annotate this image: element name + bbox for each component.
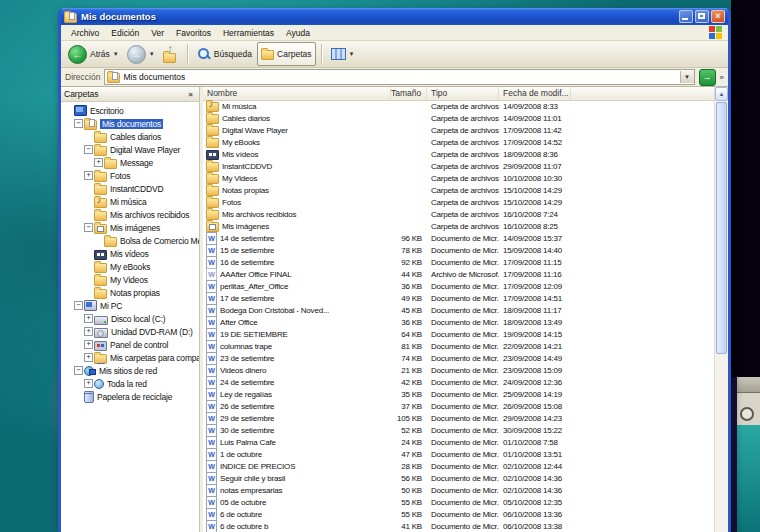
file-row[interactable]: 6 de octubre55 KBDocumento de Micr...06/… (203, 508, 714, 520)
expand-toggle-icon[interactable]: − (74, 301, 83, 310)
views-button[interactable]: ▼ (328, 42, 358, 66)
file-row[interactable]: Mi músicaCarpeta de archivos14/09/2008 8… (203, 100, 714, 112)
file-row[interactable]: 23 de setiembre74 KBDocumento de Micr...… (203, 352, 714, 364)
tree-item[interactable]: +Mis carpetas para compartir (61, 351, 199, 364)
column-header-3[interactable]: Fecha de modif...▲ (499, 87, 571, 100)
tree-item[interactable]: Notas propias (61, 286, 199, 299)
expand-toggle-icon[interactable]: + (84, 379, 93, 388)
tree-item[interactable]: −Mis sitios de red (61, 364, 199, 377)
file-row[interactable]: Digital Wave PlayerCarpeta de archivos17… (203, 124, 714, 136)
file-row[interactable]: Mis vídeosCarpeta de archivos18/09/2008 … (203, 148, 714, 160)
tree-item[interactable]: −Mis documentos (61, 117, 199, 130)
folders-pane-close-icon[interactable]: × (185, 90, 196, 99)
file-row[interactable]: My eBooksCarpeta de archivos17/09/2008 1… (203, 136, 714, 148)
file-row[interactable]: 6 de octubre b41 KBDocumento de Micr...0… (203, 520, 714, 532)
menu-item-edicin[interactable]: Edición (105, 28, 145, 38)
up-button[interactable] (160, 42, 182, 66)
forward-button[interactable]: → ▼ (124, 42, 158, 66)
file-row[interactable]: InstantCDDVDCarpeta de archivos29/09/200… (203, 160, 714, 172)
file-row[interactable]: 30 de setiembre52 KBDocumento de Micr...… (203, 424, 714, 436)
file-row[interactable]: 15 de setiembre78 KBDocumento de Micr...… (203, 244, 714, 256)
menu-item-archivo[interactable]: Archivo (65, 28, 105, 38)
file-row[interactable]: 19 DE SETIEMBRE64 KBDocumento de Micr...… (203, 328, 714, 340)
file-row[interactable]: Luis Palma Cafe24 KBDocumento de Micr...… (203, 436, 714, 448)
folders-button[interactable]: Carpetas (257, 42, 316, 66)
file-row[interactable]: 17 de setiembre49 KBDocumento de Micr...… (203, 292, 714, 304)
tree-item[interactable]: Escritorio (61, 104, 199, 117)
search-button[interactable]: Búsqueda (194, 42, 255, 66)
file-row[interactable]: My VideosCarpeta de archivos10/10/2008 1… (203, 172, 714, 184)
back-button[interactable]: ← Atrás ▼ (65, 42, 122, 66)
tree-item[interactable]: Cables diarios (61, 130, 199, 143)
tree-item[interactable]: Mi música (61, 195, 199, 208)
tree-item[interactable]: −Mis imágenes (61, 221, 199, 234)
scroll-up-icon[interactable]: ▲ (715, 87, 728, 101)
file-row[interactable]: 16 de setiembre92 KBDocumento de Micr...… (203, 256, 714, 268)
expand-toggle-icon[interactable]: − (84, 223, 93, 232)
tree-item[interactable]: Papelera de reciclaje (61, 390, 199, 403)
tree-item[interactable]: −Digital Wave Player (61, 143, 199, 156)
tree-item[interactable]: +Fotos (61, 169, 199, 182)
file-row[interactable]: Bodega Don Cristóbal - Noved...45 KBDocu… (203, 304, 714, 316)
menu-item-favoritos[interactable]: Favoritos (170, 28, 217, 38)
expand-toggle-icon[interactable]: − (84, 145, 93, 154)
file-row[interactable]: perlitas_After_Office36 KBDocumento de M… (203, 280, 714, 292)
expand-toggle-icon[interactable]: + (94, 158, 103, 167)
menu-item-ver[interactable]: Ver (145, 28, 170, 38)
menu-item-ayuda[interactable]: Ayuda (280, 28, 316, 38)
expand-toggle-icon[interactable]: + (84, 353, 93, 362)
file-row[interactable]: Videos dinero21 KBDocumento de Micr...23… (203, 364, 714, 376)
expand-toggle-icon[interactable]: − (74, 119, 83, 128)
views-dropdown-icon[interactable]: ▼ (349, 51, 355, 57)
column-header-2[interactable]: Tipo (427, 87, 499, 100)
column-header-0[interactable]: Nombre (203, 87, 391, 100)
file-row[interactable]: Cables diariosCarpeta de archivos14/09/2… (203, 112, 714, 124)
file-row[interactable]: Mis imágenesCarpeta de archivos16/10/200… (203, 220, 714, 232)
scrollbar-thumb[interactable] (716, 102, 727, 354)
file-row[interactable]: 26 de setiembre37 KBDocumento de Micr...… (203, 400, 714, 412)
vertical-scrollbar[interactable]: ▲ (714, 87, 728, 532)
file-row[interactable]: FotosCarpeta de archivos15/10/2008 14:29 (203, 196, 714, 208)
tree-item[interactable]: +Disco local (C:) (61, 312, 199, 325)
file-row[interactable]: INDICE DE PRECIOS28 KBDocumento de Micr.… (203, 460, 714, 472)
tree-item[interactable]: Mis vídeos (61, 247, 199, 260)
file-row[interactable]: After Office36 KBDocumento de Micr...18/… (203, 316, 714, 328)
file-row[interactable]: Ley de regalías35 KBDocumento de Micr...… (203, 388, 714, 400)
file-row[interactable]: 05 de octubre55 KBDocumento de Micr...05… (203, 496, 714, 508)
tree-item[interactable]: +Panel de control (61, 338, 199, 351)
tree-item[interactable]: −Mi PC (61, 299, 199, 312)
file-row[interactable]: 1 de octubre47 KBDocumento de Micr...01/… (203, 448, 714, 460)
tree-item[interactable]: My eBooks (61, 260, 199, 273)
menu-item-herramientas[interactable]: Herramientas (217, 28, 280, 38)
file-row[interactable]: 14 de setiembre96 KBDocumento de Micr...… (203, 232, 714, 244)
tree-item[interactable]: My Videos (61, 273, 199, 286)
forward-dropdown-icon[interactable]: ▼ (149, 51, 155, 57)
expand-toggle-icon[interactable]: + (84, 340, 93, 349)
file-row[interactable]: Notas propiasCarpeta de archivos15/10/20… (203, 184, 714, 196)
title-bar[interactable]: Mis documentos × (61, 8, 728, 25)
file-row[interactable]: 29 de setiembre105 KBDocumento de Micr..… (203, 412, 714, 424)
tree-item[interactable]: +Unidad DVD-RAM (D:) (61, 325, 199, 338)
address-dropdown-button[interactable]: ▼ (680, 71, 694, 83)
file-row[interactable]: Seguir chile y brasil56 KBDocumento de M… (203, 472, 714, 484)
tree-item[interactable]: +Toda la red (61, 377, 199, 390)
expand-toggle-icon[interactable]: + (84, 314, 93, 323)
address-input[interactable]: Mis documentos ▼ (104, 69, 694, 85)
tree-item[interactable]: Bolsa de Comercio Mendo (61, 234, 199, 247)
back-dropdown-icon[interactable]: ▼ (113, 51, 119, 57)
tree-item[interactable]: InstantCDDVD (61, 182, 199, 195)
expand-toggle-icon[interactable]: + (84, 171, 93, 180)
file-row[interactable]: AAAfter Office FINAL44 KBArchivo de Micr… (203, 268, 714, 280)
maximize-button[interactable] (695, 10, 709, 23)
close-button[interactable]: × (711, 10, 725, 23)
minimize-button[interactable] (679, 10, 693, 23)
file-row[interactable]: Mis archivos recibidosCarpeta de archivo… (203, 208, 714, 220)
expand-toggle-icon[interactable]: − (74, 366, 83, 375)
tree-item[interactable]: +Message (61, 156, 199, 169)
file-row[interactable]: notas empresarias50 KBDocumento de Micr.… (203, 484, 714, 496)
column-header-1[interactable]: Tamaño (391, 87, 427, 100)
file-row[interactable]: columnas trape81 KBDocumento de Micr...2… (203, 340, 714, 352)
go-button[interactable]: → (699, 69, 716, 86)
expand-toggle-icon[interactable]: + (84, 327, 93, 336)
file-row[interactable]: 24 de setiembre42 KBDocumento de Micr...… (203, 376, 714, 388)
